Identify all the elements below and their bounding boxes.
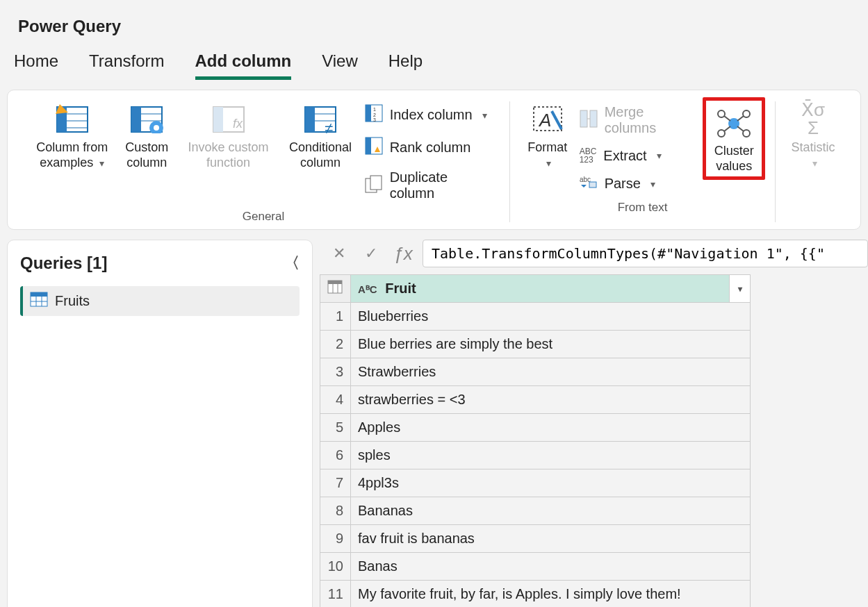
- row-number[interactable]: 11: [320, 581, 351, 608]
- invoke-custom-function-icon: fx: [212, 100, 245, 138]
- chevron-down-icon: ▾: [650, 178, 655, 190]
- svg-line-45: [737, 126, 744, 131]
- extract-button[interactable]: ABC123 Extract ▾: [575, 143, 703, 168]
- row-number[interactable]: 5: [320, 414, 351, 442]
- cell-value[interactable]: Banas: [351, 553, 751, 581]
- svg-rect-13: [213, 107, 223, 132]
- label: Column from examples: [36, 140, 108, 169]
- label: Rank column: [390, 140, 471, 156]
- svg-point-38: [718, 110, 725, 117]
- table-row[interactable]: 9fav fruit is bananas: [320, 525, 751, 553]
- conditional-column-button[interactable]: ≠ Conditional column: [280, 97, 360, 173]
- format-button[interactable]: A Format▾: [520, 97, 575, 173]
- accept-formula-button[interactable]: ✓: [359, 241, 384, 266]
- data-grid: AᴮC Fruit ▾ 1Blueberries2Blue berries ar…: [320, 274, 751, 607]
- fx-icon: ƒx: [391, 241, 416, 266]
- svg-rect-52: [328, 281, 342, 284]
- table-row[interactable]: 74ppl3s: [320, 469, 751, 497]
- row-number[interactable]: 3: [320, 358, 351, 386]
- collapse-panel-icon[interactable]: 〈: [284, 253, 300, 274]
- merge-columns-icon: [580, 110, 598, 131]
- parse-icon: abc: [580, 175, 598, 192]
- column-header-fruit[interactable]: AᴮC Fruit ▾: [351, 275, 751, 303]
- svg-text:≠: ≠: [325, 119, 333, 133]
- table-row[interactable]: 2Blue berries are simply the best: [320, 331, 751, 358]
- format-icon: A: [531, 100, 564, 138]
- select-all-corner[interactable]: [320, 275, 351, 303]
- svg-line-32: [552, 111, 562, 129]
- tab-transform[interactable]: Transform: [89, 47, 164, 80]
- cluster-values-button[interactable]: Cluster values: [703, 97, 765, 180]
- query-item-fruits[interactable]: Fruits: [20, 286, 300, 316]
- cell-value[interactable]: fav fruit is bananas: [351, 525, 751, 553]
- svg-rect-36: [589, 182, 596, 188]
- row-number[interactable]: 4: [320, 386, 351, 414]
- table-row[interactable]: 3Strawberries: [320, 358, 751, 386]
- label: Extract: [603, 148, 646, 164]
- svg-rect-33: [580, 110, 587, 127]
- custom-column-button[interactable]: Custom column: [117, 97, 177, 173]
- duplicate-column-button[interactable]: Duplicate column: [361, 165, 500, 206]
- cell-value[interactable]: Strawberries: [351, 358, 751, 386]
- cell-value[interactable]: strawberries = <3: [351, 386, 751, 414]
- tab-view[interactable]: View: [322, 47, 358, 80]
- cell-value[interactable]: Blue berries are simply the best: [351, 331, 751, 358]
- parse-button[interactable]: abc Parse ▾: [575, 171, 703, 197]
- index-column-icon: 123: [365, 104, 383, 126]
- cell-value[interactable]: My favorite fruit, by far, is Apples. I …: [351, 581, 751, 608]
- table-row[interactable]: 8Bananas: [320, 497, 751, 525]
- formula-input[interactable]: [423, 240, 868, 267]
- label: Merge columns: [605, 104, 699, 136]
- cell-value[interactable]: Bananas: [351, 497, 751, 525]
- row-number[interactable]: 8: [320, 497, 351, 525]
- svg-rect-34: [590, 110, 597, 127]
- chevron-down-icon: ▾: [812, 158, 817, 169]
- row-number[interactable]: 9: [320, 525, 351, 553]
- row-number[interactable]: 10: [320, 553, 351, 581]
- svg-text:fx: fx: [233, 117, 243, 131]
- column-filter-button[interactable]: ▾: [729, 275, 750, 302]
- ribbon-group-from-text: A Format▾ Merge columns ABC123 Extract ▾: [513, 94, 772, 229]
- row-number[interactable]: 7: [320, 469, 351, 497]
- chevron-down-icon: ▾: [657, 150, 662, 161]
- cell-value[interactable]: Blueberries: [351, 303, 751, 331]
- table-row[interactable]: 5Apples: [320, 414, 751, 442]
- table-row[interactable]: 10Banas: [320, 553, 751, 581]
- cell-value[interactable]: 4ppl3s: [351, 469, 751, 497]
- svg-rect-47: [31, 292, 47, 297]
- duplicate-column-icon: [365, 175, 383, 197]
- cancel-formula-button[interactable]: ✕: [327, 241, 352, 266]
- tab-help[interactable]: Help: [388, 47, 423, 80]
- cell-value[interactable]: sples: [351, 442, 751, 469]
- tab-add-column[interactable]: Add column: [195, 47, 292, 80]
- cell-value[interactable]: Apples: [351, 414, 751, 442]
- extract-icon: ABC123: [580, 147, 597, 164]
- ribbon-group-general: Column from examples ▾ Custom column: [20, 94, 507, 229]
- app-title: Power Query: [0, 0, 868, 47]
- row-number[interactable]: 6: [320, 442, 351, 469]
- row-number[interactable]: 1: [320, 303, 351, 331]
- row-number[interactable]: 2: [320, 331, 351, 358]
- chevron-down-icon: ▾: [482, 110, 487, 121]
- query-name: Fruits: [55, 293, 90, 309]
- table-row[interactable]: 11My favorite fruit, by far, is Apples. …: [320, 581, 751, 608]
- svg-point-41: [743, 130, 750, 137]
- column-from-examples-icon: [56, 100, 89, 138]
- index-column-button[interactable]: 123 Index column ▾: [361, 100, 500, 130]
- svg-rect-29: [370, 176, 382, 190]
- ribbon-group-stats: X̄σΣ Statistic▾: [778, 94, 848, 229]
- rank-column-button[interactable]: Rank column: [361, 133, 500, 163]
- column-from-examples-button[interactable]: Column from examples ▾: [27, 97, 117, 173]
- statistics-button: X̄σΣ Statistic▾: [785, 97, 841, 173]
- svg-rect-26: [366, 138, 371, 154]
- conditional-column-icon: ≠: [304, 100, 337, 138]
- data-panel: ✕ ✓ ƒx AᴮC Fruit ▾ 1Blueberries2Blue be: [320, 240, 868, 607]
- table-row[interactable]: 1Blueberries: [320, 303, 751, 331]
- table-row[interactable]: 4strawberries = <3: [320, 386, 751, 414]
- svg-point-11: [154, 125, 159, 131]
- table-row[interactable]: 6sples: [320, 442, 751, 469]
- svg-rect-7: [131, 107, 141, 132]
- label: Parse: [605, 176, 641, 192]
- table-icon: [30, 292, 48, 310]
- tab-home[interactable]: Home: [14, 47, 58, 80]
